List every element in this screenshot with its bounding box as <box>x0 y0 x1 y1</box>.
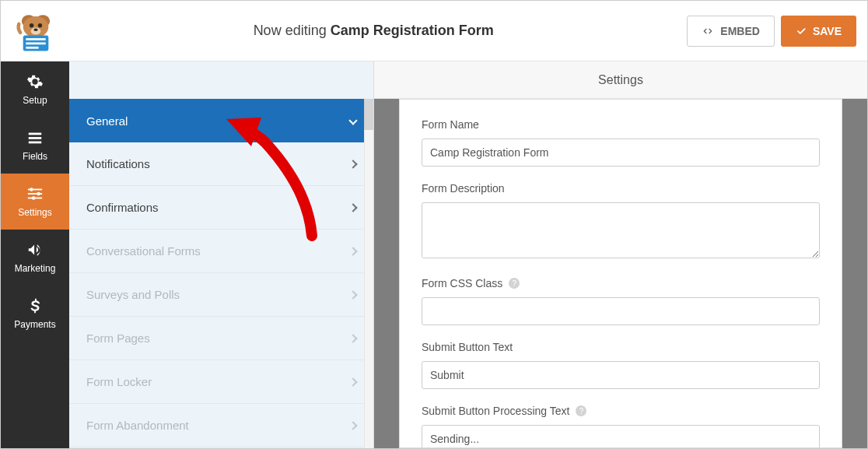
settings-heading: Settings <box>374 61 867 99</box>
list-icon <box>26 129 44 146</box>
nav-fields-label: Fields <box>23 151 47 162</box>
scrollbar-track[interactable] <box>364 99 373 448</box>
svg-rect-11 <box>29 133 42 135</box>
nav-settings-label: Settings <box>18 207 51 218</box>
side-item-form-locker[interactable]: Form Locker <box>69 360 373 404</box>
svg-rect-8 <box>26 38 45 40</box>
settings-form: Form Name Form Description Form CSS Clas… <box>399 99 842 448</box>
side-form-pages-label: Form Pages <box>86 331 150 345</box>
editing-title: Now editing Camp Registration Form <box>60 23 687 39</box>
nav-settings[interactable]: Settings <box>1 174 69 230</box>
form-desc-label: Form Description <box>422 182 820 195</box>
side-item-confirmations[interactable]: Confirmations <box>69 186 373 230</box>
svg-rect-12 <box>29 137 42 139</box>
form-name-label: Form Name <box>422 118 820 131</box>
wpforms-logo <box>12 7 60 55</box>
form-title: Camp Registration Form <box>331 23 494 38</box>
nav-marketing-label: Marketing <box>15 263 56 274</box>
nav-setup[interactable]: Setup <box>1 61 69 118</box>
nav-setup-label: Setup <box>23 95 47 106</box>
dollar-icon <box>26 297 44 314</box>
chevron-down-icon <box>348 116 357 125</box>
chevron-right-icon <box>348 334 357 342</box>
svg-rect-13 <box>29 142 42 144</box>
top-bar: Now editing Camp Registration Form EMBED… <box>1 1 867 61</box>
help-icon[interactable]: ? <box>576 405 586 416</box>
chevron-right-icon <box>348 247 357 255</box>
side-conversational-label: Conversational Forms <box>86 244 201 258</box>
submit-text-label: Submit Button Text <box>422 341 820 353</box>
bullhorn-icon <box>26 241 44 258</box>
side-form-locker-label: Form Locker <box>86 375 152 388</box>
side-item-notifications[interactable]: Notifications <box>69 142 373 186</box>
svg-point-19 <box>32 196 36 200</box>
chevron-right-icon <box>348 290 357 299</box>
side-item-conversational[interactable]: Conversational Forms <box>69 230 373 273</box>
side-item-form-pages[interactable]: Form Pages <box>69 317 373 360</box>
svg-rect-9 <box>26 42 45 44</box>
code-icon <box>702 25 714 37</box>
form-css-label: Form CSS Class <box>422 277 502 289</box>
side-confirmations-label: Confirmations <box>86 201 159 214</box>
content-area: Settings Form Name Form Description Form… <box>374 61 867 448</box>
embed-button[interactable]: EMBED <box>687 16 775 47</box>
svg-point-18 <box>37 192 40 196</box>
side-surveys-label: Surveys and Polls <box>86 288 180 301</box>
help-icon[interactable]: ? <box>509 278 520 289</box>
embed-label: EMBED <box>720 25 760 37</box>
side-notifications-label: Notifications <box>86 157 150 170</box>
submit-proc-input[interactable] <box>422 425 820 448</box>
scrollbar-thumb[interactable] <box>364 99 373 130</box>
side-item-form-abandonment[interactable]: Form Abandonment <box>69 404 373 447</box>
form-name-input[interactable] <box>422 139 820 167</box>
nav-payments[interactable]: Payments <box>1 286 69 342</box>
check-icon <box>796 26 807 37</box>
sliders-icon <box>26 185 44 202</box>
left-nav: Setup Fields Settings Marketing Payments <box>1 61 69 448</box>
side-general-label: General <box>86 114 128 128</box>
gear-icon <box>26 73 44 90</box>
nav-fields[interactable]: Fields <box>1 118 69 174</box>
side-item-general[interactable]: General <box>69 99 373 142</box>
chevron-right-icon <box>348 421 357 430</box>
settings-side-panel: General Notifications Confirmations Conv… <box>69 61 374 448</box>
nav-payments-label: Payments <box>14 319 55 330</box>
svg-rect-10 <box>26 46 38 48</box>
svg-point-17 <box>30 188 33 191</box>
chevron-right-icon <box>348 203 357 212</box>
chevron-right-icon <box>348 160 357 168</box>
submit-proc-label: Submit Button Processing Text <box>422 405 569 417</box>
svg-point-3 <box>30 23 33 27</box>
save-label: SAVE <box>813 25 842 37</box>
svg-point-6 <box>33 28 37 31</box>
editing-prefix: Now editing <box>254 23 331 38</box>
side-form-abandonment-label: Form Abandonment <box>86 419 189 432</box>
svg-point-4 <box>38 23 42 27</box>
save-button[interactable]: SAVE <box>781 16 856 47</box>
form-css-input[interactable] <box>422 297 820 325</box>
submit-text-input[interactable] <box>422 361 820 389</box>
chevron-right-icon <box>348 377 357 386</box>
side-item-surveys[interactable]: Surveys and Polls <box>69 273 373 317</box>
form-desc-input[interactable] <box>422 202 820 258</box>
nav-marketing[interactable]: Marketing <box>1 230 69 286</box>
